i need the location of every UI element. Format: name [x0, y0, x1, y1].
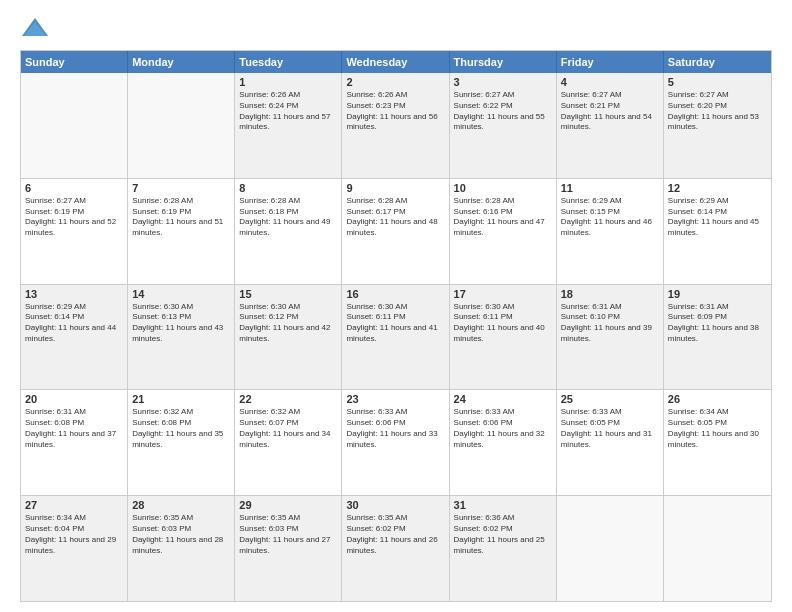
day-number: 29 [239, 499, 337, 511]
logo-icon [20, 16, 50, 40]
calendar-row: 1Sunrise: 6:26 AM Sunset: 6:24 PM Daylig… [21, 73, 771, 178]
day-number: 6 [25, 182, 123, 194]
day-info: Sunrise: 6:27 AM Sunset: 6:19 PM Dayligh… [25, 196, 123, 239]
day-info: Sunrise: 6:29 AM Sunset: 6:14 PM Dayligh… [25, 302, 123, 345]
day-number: 18 [561, 288, 659, 300]
weekday-header: Tuesday [235, 51, 342, 73]
day-info: Sunrise: 6:36 AM Sunset: 6:02 PM Dayligh… [454, 513, 552, 556]
day-number: 23 [346, 393, 444, 405]
day-info: Sunrise: 6:28 AM Sunset: 6:16 PM Dayligh… [454, 196, 552, 239]
day-info: Sunrise: 6:27 AM Sunset: 6:20 PM Dayligh… [668, 90, 767, 133]
calendar-cell: 18Sunrise: 6:31 AM Sunset: 6:10 PM Dayli… [557, 285, 664, 390]
day-number: 27 [25, 499, 123, 511]
day-number: 9 [346, 182, 444, 194]
day-number: 3 [454, 76, 552, 88]
day-number: 14 [132, 288, 230, 300]
day-info: Sunrise: 6:27 AM Sunset: 6:21 PM Dayligh… [561, 90, 659, 133]
day-info: Sunrise: 6:33 AM Sunset: 6:06 PM Dayligh… [454, 407, 552, 450]
day-info: Sunrise: 6:31 AM Sunset: 6:10 PM Dayligh… [561, 302, 659, 345]
calendar-cell: 17Sunrise: 6:30 AM Sunset: 6:11 PM Dayli… [450, 285, 557, 390]
day-number: 16 [346, 288, 444, 300]
calendar-cell: 28Sunrise: 6:35 AM Sunset: 6:03 PM Dayli… [128, 496, 235, 601]
header [20, 16, 772, 40]
calendar-cell: 19Sunrise: 6:31 AM Sunset: 6:09 PM Dayli… [664, 285, 771, 390]
day-info: Sunrise: 6:32 AM Sunset: 6:07 PM Dayligh… [239, 407, 337, 450]
day-info: Sunrise: 6:30 AM Sunset: 6:11 PM Dayligh… [454, 302, 552, 345]
weekday-header: Friday [557, 51, 664, 73]
calendar-header: SundayMondayTuesdayWednesdayThursdayFrid… [21, 51, 771, 73]
day-number: 20 [25, 393, 123, 405]
weekday-header: Thursday [450, 51, 557, 73]
day-number: 1 [239, 76, 337, 88]
calendar-cell: 13Sunrise: 6:29 AM Sunset: 6:14 PM Dayli… [21, 285, 128, 390]
calendar-row: 20Sunrise: 6:31 AM Sunset: 6:08 PM Dayli… [21, 389, 771, 495]
day-info: Sunrise: 6:34 AM Sunset: 6:04 PM Dayligh… [25, 513, 123, 556]
calendar-cell [128, 73, 235, 178]
calendar-cell: 10Sunrise: 6:28 AM Sunset: 6:16 PM Dayli… [450, 179, 557, 284]
day-number: 12 [668, 182, 767, 194]
day-info: Sunrise: 6:30 AM Sunset: 6:12 PM Dayligh… [239, 302, 337, 345]
calendar-row: 6Sunrise: 6:27 AM Sunset: 6:19 PM Daylig… [21, 178, 771, 284]
page: SundayMondayTuesdayWednesdayThursdayFrid… [0, 0, 792, 612]
calendar-cell [664, 496, 771, 601]
day-number: 19 [668, 288, 767, 300]
weekday-header: Monday [128, 51, 235, 73]
day-number: 26 [668, 393, 767, 405]
day-info: Sunrise: 6:28 AM Sunset: 6:18 PM Dayligh… [239, 196, 337, 239]
calendar-row: 27Sunrise: 6:34 AM Sunset: 6:04 PM Dayli… [21, 495, 771, 601]
calendar-cell: 5Sunrise: 6:27 AM Sunset: 6:20 PM Daylig… [664, 73, 771, 178]
day-number: 21 [132, 393, 230, 405]
calendar-cell: 22Sunrise: 6:32 AM Sunset: 6:07 PM Dayli… [235, 390, 342, 495]
day-info: Sunrise: 6:31 AM Sunset: 6:09 PM Dayligh… [668, 302, 767, 345]
calendar-cell: 31Sunrise: 6:36 AM Sunset: 6:02 PM Dayli… [450, 496, 557, 601]
calendar-cell: 1Sunrise: 6:26 AM Sunset: 6:24 PM Daylig… [235, 73, 342, 178]
calendar-cell: 21Sunrise: 6:32 AM Sunset: 6:08 PM Dayli… [128, 390, 235, 495]
calendar-cell: 8Sunrise: 6:28 AM Sunset: 6:18 PM Daylig… [235, 179, 342, 284]
calendar-cell: 4Sunrise: 6:27 AM Sunset: 6:21 PM Daylig… [557, 73, 664, 178]
calendar-cell: 15Sunrise: 6:30 AM Sunset: 6:12 PM Dayli… [235, 285, 342, 390]
calendar-cell: 29Sunrise: 6:35 AM Sunset: 6:03 PM Dayli… [235, 496, 342, 601]
day-number: 2 [346, 76, 444, 88]
day-info: Sunrise: 6:35 AM Sunset: 6:03 PM Dayligh… [132, 513, 230, 556]
day-info: Sunrise: 6:35 AM Sunset: 6:02 PM Dayligh… [346, 513, 444, 556]
day-info: Sunrise: 6:29 AM Sunset: 6:15 PM Dayligh… [561, 196, 659, 239]
calendar-cell [557, 496, 664, 601]
day-number: 7 [132, 182, 230, 194]
calendar-cell [21, 73, 128, 178]
calendar-cell: 7Sunrise: 6:28 AM Sunset: 6:19 PM Daylig… [128, 179, 235, 284]
day-info: Sunrise: 6:33 AM Sunset: 6:05 PM Dayligh… [561, 407, 659, 450]
weekday-header: Sunday [21, 51, 128, 73]
day-info: Sunrise: 6:33 AM Sunset: 6:06 PM Dayligh… [346, 407, 444, 450]
day-number: 22 [239, 393, 337, 405]
day-info: Sunrise: 6:30 AM Sunset: 6:11 PM Dayligh… [346, 302, 444, 345]
day-info: Sunrise: 6:26 AM Sunset: 6:23 PM Dayligh… [346, 90, 444, 133]
calendar-cell: 24Sunrise: 6:33 AM Sunset: 6:06 PM Dayli… [450, 390, 557, 495]
calendar-cell: 26Sunrise: 6:34 AM Sunset: 6:05 PM Dayli… [664, 390, 771, 495]
day-number: 25 [561, 393, 659, 405]
day-number: 11 [561, 182, 659, 194]
calendar-cell: 3Sunrise: 6:27 AM Sunset: 6:22 PM Daylig… [450, 73, 557, 178]
day-number: 15 [239, 288, 337, 300]
weekday-header: Wednesday [342, 51, 449, 73]
calendar-cell: 12Sunrise: 6:29 AM Sunset: 6:14 PM Dayli… [664, 179, 771, 284]
calendar-body: 1Sunrise: 6:26 AM Sunset: 6:24 PM Daylig… [21, 73, 771, 601]
day-number: 13 [25, 288, 123, 300]
calendar: SundayMondayTuesdayWednesdayThursdayFrid… [20, 50, 772, 602]
day-number: 4 [561, 76, 659, 88]
day-info: Sunrise: 6:27 AM Sunset: 6:22 PM Dayligh… [454, 90, 552, 133]
calendar-cell: 30Sunrise: 6:35 AM Sunset: 6:02 PM Dayli… [342, 496, 449, 601]
logo [20, 16, 54, 40]
calendar-cell: 23Sunrise: 6:33 AM Sunset: 6:06 PM Dayli… [342, 390, 449, 495]
calendar-cell: 6Sunrise: 6:27 AM Sunset: 6:19 PM Daylig… [21, 179, 128, 284]
calendar-cell: 2Sunrise: 6:26 AM Sunset: 6:23 PM Daylig… [342, 73, 449, 178]
day-number: 28 [132, 499, 230, 511]
day-number: 31 [454, 499, 552, 511]
day-info: Sunrise: 6:35 AM Sunset: 6:03 PM Dayligh… [239, 513, 337, 556]
calendar-cell: 25Sunrise: 6:33 AM Sunset: 6:05 PM Dayli… [557, 390, 664, 495]
day-info: Sunrise: 6:30 AM Sunset: 6:13 PM Dayligh… [132, 302, 230, 345]
calendar-cell: 14Sunrise: 6:30 AM Sunset: 6:13 PM Dayli… [128, 285, 235, 390]
day-info: Sunrise: 6:28 AM Sunset: 6:19 PM Dayligh… [132, 196, 230, 239]
day-number: 30 [346, 499, 444, 511]
calendar-cell: 20Sunrise: 6:31 AM Sunset: 6:08 PM Dayli… [21, 390, 128, 495]
calendar-cell: 9Sunrise: 6:28 AM Sunset: 6:17 PM Daylig… [342, 179, 449, 284]
